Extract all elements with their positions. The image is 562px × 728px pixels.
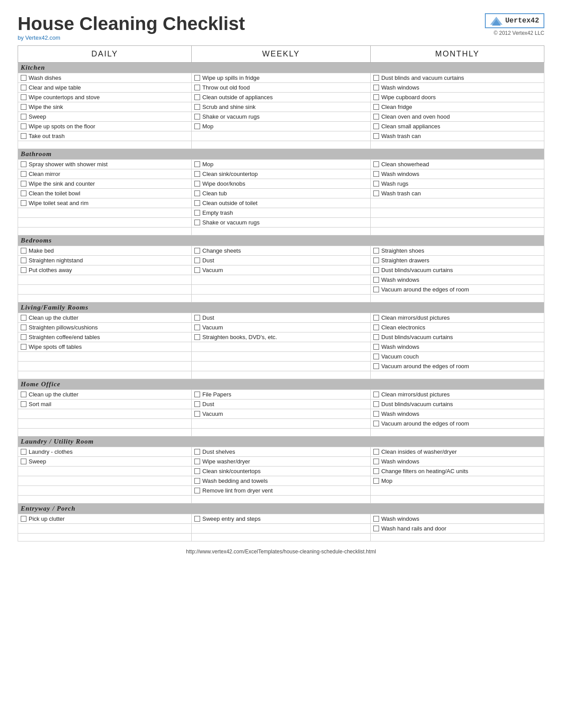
checkbox[interactable] xyxy=(21,449,26,455)
task-label: Dust xyxy=(202,401,214,407)
checkbox[interactable] xyxy=(373,114,379,119)
checkbox[interactable] xyxy=(373,161,379,167)
checkbox[interactable] xyxy=(373,94,379,100)
checkbox[interactable] xyxy=(194,181,200,187)
monthly-cell: Change filters on heating/AC units xyxy=(370,467,544,476)
checkbox[interactable] xyxy=(373,468,379,474)
checkbox[interactable] xyxy=(373,75,379,81)
checkbox[interactable] xyxy=(194,468,200,474)
checkbox[interactable] xyxy=(194,75,200,81)
checkbox[interactable] xyxy=(373,392,379,397)
checkbox[interactable] xyxy=(373,459,379,464)
daily-cell xyxy=(18,362,192,371)
checkbox[interactable] xyxy=(194,459,200,464)
checkbox[interactable] xyxy=(21,200,26,206)
checkbox[interactable] xyxy=(373,133,379,139)
checkbox[interactable] xyxy=(21,123,26,129)
checkbox[interactable] xyxy=(194,248,200,254)
checkbox[interactable] xyxy=(373,421,379,426)
task-label: Dust xyxy=(202,314,214,321)
checkbox[interactable] xyxy=(21,315,26,321)
monthly-cell: Clean mirrors/dust pictures xyxy=(370,390,544,399)
checkbox[interactable] xyxy=(194,258,200,263)
checkbox[interactable] xyxy=(373,401,379,407)
checkbox[interactable] xyxy=(194,190,200,196)
checkbox[interactable] xyxy=(194,478,200,484)
checkbox[interactable] xyxy=(373,258,379,263)
section-header-laundry-/-utility-room: Laundry / Utility Room xyxy=(18,437,544,447)
checkbox[interactable] xyxy=(21,325,26,330)
checkbox[interactable] xyxy=(373,478,379,484)
checkbox[interactable] xyxy=(21,459,26,464)
checkbox[interactable] xyxy=(21,258,26,263)
checkbox[interactable] xyxy=(373,104,379,110)
checkbox[interactable] xyxy=(21,94,26,100)
checkbox[interactable] xyxy=(21,171,26,177)
checkbox[interactable] xyxy=(373,449,379,455)
monthly-cell: Wash rugs xyxy=(370,179,544,189)
task-label: Sweep xyxy=(29,113,46,120)
checkbox[interactable] xyxy=(373,526,379,531)
checkbox[interactable] xyxy=(194,123,200,129)
checkbox[interactable] xyxy=(194,94,200,100)
checkbox[interactable] xyxy=(194,161,200,167)
checkbox[interactable] xyxy=(21,85,26,90)
checkbox[interactable] xyxy=(21,334,26,340)
task-label: Wipe spots off tables xyxy=(29,343,82,350)
checkbox[interactable] xyxy=(194,392,200,397)
checkbox[interactable] xyxy=(373,411,379,417)
checkbox[interactable] xyxy=(194,411,200,417)
checkbox[interactable] xyxy=(373,181,379,187)
checkbox[interactable] xyxy=(194,210,200,216)
daily-cell xyxy=(18,476,192,486)
checkbox[interactable] xyxy=(21,133,26,139)
checkbox[interactable] xyxy=(21,401,26,407)
by-link[interactable]: by Vertex42.com xyxy=(18,34,60,41)
checkbox[interactable] xyxy=(373,363,379,369)
checkbox[interactable] xyxy=(21,114,26,119)
checkbox[interactable] xyxy=(373,315,379,321)
checkbox[interactable] xyxy=(194,516,200,522)
weekly-cell: Wash bedding and towels xyxy=(192,476,371,486)
checkbox[interactable] xyxy=(373,354,379,359)
checkbox[interactable] xyxy=(373,248,379,254)
checkbox[interactable] xyxy=(194,171,200,177)
checkbox[interactable] xyxy=(194,315,200,321)
checkbox[interactable] xyxy=(373,334,379,340)
checkbox[interactable] xyxy=(373,171,379,177)
checkbox[interactable] xyxy=(373,85,379,90)
checkbox[interactable] xyxy=(21,392,26,397)
checkbox[interactable] xyxy=(373,277,379,283)
monthly-cell: Clean small appliances xyxy=(370,122,544,131)
checkbox[interactable] xyxy=(194,220,200,225)
checkbox[interactable] xyxy=(21,344,26,350)
checkbox[interactable] xyxy=(194,401,200,407)
checkbox[interactable] xyxy=(373,344,379,350)
section-header-bedrooms: Bedrooms xyxy=(18,235,544,246)
checkbox[interactable] xyxy=(21,248,26,254)
checkbox[interactable] xyxy=(21,104,26,110)
checkbox[interactable] xyxy=(194,325,200,330)
checkbox[interactable] xyxy=(21,190,26,196)
checkbox[interactable] xyxy=(21,161,26,167)
table-row: Wipe toilet seat and rimClean outside of… xyxy=(18,198,544,208)
checkbox[interactable] xyxy=(21,516,26,522)
checkbox[interactable] xyxy=(194,267,200,273)
checkbox[interactable] xyxy=(194,488,200,493)
checkbox[interactable] xyxy=(373,287,379,292)
checkbox[interactable] xyxy=(21,267,26,273)
checkbox[interactable] xyxy=(194,104,200,110)
checkbox[interactable] xyxy=(194,85,200,90)
checkbox[interactable] xyxy=(373,325,379,330)
checkbox[interactable] xyxy=(21,181,26,187)
checkbox[interactable] xyxy=(21,75,26,81)
checkbox[interactable] xyxy=(373,190,379,196)
task-label: Clean insides of washer/dryer xyxy=(381,448,457,455)
checkbox[interactable] xyxy=(373,123,379,129)
checkbox[interactable] xyxy=(194,114,200,119)
checkbox[interactable] xyxy=(194,449,200,455)
checkbox[interactable] xyxy=(373,267,379,273)
checkbox[interactable] xyxy=(194,334,200,340)
checkbox[interactable] xyxy=(373,516,379,522)
checkbox[interactable] xyxy=(194,200,200,206)
